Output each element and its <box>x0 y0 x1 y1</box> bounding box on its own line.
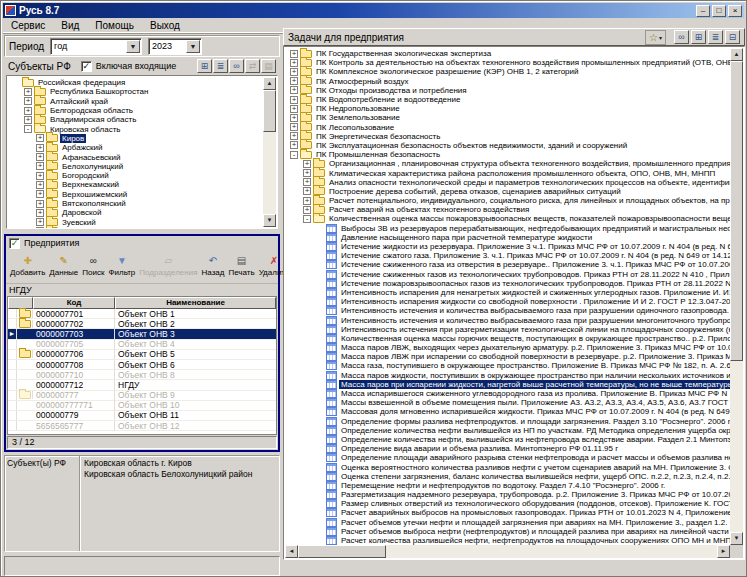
expander-icon[interactable]: + <box>36 227 44 229</box>
scroll-down-icon[interactable]: ▼ <box>730 532 743 545</box>
tree-item[interactable]: +Климатическая характеристика района рас… <box>285 168 730 177</box>
expand-tree-icon[interactable]: ⊞ <box>691 30 706 44</box>
expander-icon[interactable]: + <box>303 178 311 186</box>
favorites-star-dropdown[interactable]: ☆ ▾ <box>645 30 666 45</box>
search-button[interactable]: ∞Поиск <box>80 251 106 282</box>
include-incoming-checkbox[interactable]: ✓ <box>81 61 92 72</box>
tree-item[interactable]: +ПК Водопотребление и водоотведение <box>285 95 730 104</box>
maximize-button[interactable]: □ <box>712 5 726 17</box>
print-button[interactable]: ▤Печать <box>226 251 256 282</box>
enterprises-checkbox[interactable]: ✓ <box>9 238 20 249</box>
tree-item[interactable]: +Давление насыщенного пара при расчетной… <box>285 233 730 242</box>
tree-item[interactable]: +Кикнурский <box>7 227 277 229</box>
scrollbar-thumb[interactable] <box>730 61 743 361</box>
expander-icon[interactable]: + <box>36 181 44 189</box>
tree-item[interactable]: +Масса газа, поступившего в окружающее п… <box>285 361 730 370</box>
tree-item[interactable]: +Белгородская область <box>7 106 277 115</box>
add-button[interactable]: ✚Добавить <box>8 251 47 282</box>
tree-item[interactable]: +ПК Энергетическая безопасность <box>285 132 730 141</box>
table-row[interactable]: 0000007701Объект ОНВ 1 <box>8 309 276 319</box>
back-button[interactable]: ↶Назад <box>200 251 227 282</box>
expander-icon[interactable]: + <box>24 116 32 124</box>
tree-item[interactable]: +Определение количества нефти вылившейся… <box>285 426 730 435</box>
chevron-down-icon[interactable]: ▼ <box>186 40 200 53</box>
tree-item[interactable]: +Определение количества нефти, вылившейс… <box>285 435 730 444</box>
tree-item[interactable]: +Расчет аварий на объектах техногенного … <box>285 205 730 214</box>
tree-item[interactable]: +Расчет количества разлившейся нефти, не… <box>285 536 730 545</box>
scroll-down-icon[interactable]: ▼ <box>263 214 276 227</box>
sort-tree-icon[interactable]: ⊟ <box>725 30 740 44</box>
tree-item[interactable]: +Владимирская область <box>7 115 277 124</box>
expander-icon[interactable]: + <box>290 68 298 76</box>
tree-item[interactable]: +ПК Комплексное экологическое разрешение… <box>285 67 730 76</box>
tree-item[interactable]: +Интенсивность испарения жидкости со сво… <box>285 297 730 306</box>
search-icon[interactable]: ∞ <box>674 30 689 44</box>
expander-icon[interactable]: + <box>24 97 32 105</box>
table-row[interactable]: ►0000007703Объект ОНВ 3 <box>8 329 276 339</box>
tree-item[interactable]: +ПК Контроль за деятельностью на объекта… <box>285 58 730 67</box>
expander-icon[interactable]: + <box>36 162 44 170</box>
tree-item[interactable]: +Истечение сжатого газа. Приложение 3. ч… <box>285 251 730 260</box>
table-row[interactable]: 0000007702Объект ОНВ 2 <box>8 319 276 329</box>
expander-icon[interactable]: + <box>303 187 311 195</box>
tree-item[interactable]: +ПК Атмосферный воздух <box>285 77 730 86</box>
tree-item[interactable]: +ПК Эксплуатационная безопасность объект… <box>285 141 730 150</box>
tree-item[interactable]: +Определение вида аварии и объема разлив… <box>285 444 730 453</box>
scroll-up-icon[interactable]: ▲ <box>263 77 276 90</box>
list-icon[interactable]: ≣ <box>213 59 228 73</box>
tree-item[interactable]: +Масса паров ЛВЖ, выходящих через дыхате… <box>285 343 730 352</box>
scroll-right-icon[interactable]: ► <box>717 545 730 558</box>
tree-item[interactable]: +Массовая доля мгновенно испарившейся жи… <box>285 407 730 416</box>
scrollbar-thumb[interactable] <box>263 90 276 132</box>
tree-item[interactable]: +Интенсивность испарения для ненагретых … <box>285 288 730 297</box>
tree-item[interactable]: +Расчет объемов утечки нефти и площадей … <box>285 518 730 527</box>
tree-item[interactable]: +Масса испарившегося сжиженного углеводо… <box>285 389 730 398</box>
expander-icon[interactable]: + <box>290 141 298 149</box>
expander-icon[interactable]: + <box>36 200 44 208</box>
tree-item[interactable]: -Количественная оценка массы пожаровзрыв… <box>285 214 730 223</box>
tree-item[interactable]: +Масса паров жидкости, поступивших в окр… <box>285 371 730 380</box>
expander-icon[interactable]: + <box>303 197 311 205</box>
period-year-combobox[interactable]: 2023 ▼ <box>148 38 202 55</box>
expander-icon[interactable]: + <box>290 123 298 131</box>
tasks-horizontal-scrollbar[interactable]: ◄ ► <box>285 545 730 558</box>
close-button[interactable]: × <box>728 5 742 17</box>
tree-item[interactable]: +Размер сливных отверстий из технологиче… <box>285 499 730 508</box>
expander-icon[interactable]: - <box>290 151 298 159</box>
expander-icon[interactable]: + <box>36 172 44 180</box>
tree-item[interactable]: +Оценка степени загрязнения, баланс коли… <box>285 472 730 481</box>
expander-icon[interactable]: + <box>290 77 298 85</box>
table-row[interactable]: 000000777Объект ОНВ 9 <box>8 391 276 401</box>
expander-icon[interactable]: + <box>290 86 298 94</box>
tree-item[interactable]: +ПК Землепользование <box>285 113 730 122</box>
table-row[interactable]: 0000007706Объект ОНВ 5 <box>8 350 276 360</box>
expander-icon[interactable]: + <box>36 153 44 161</box>
tree-item[interactable]: +Оценка вероятностного количества разлив… <box>285 462 730 471</box>
expander-icon[interactable]: + <box>36 144 44 152</box>
table-row[interactable]: 0000007705Объект ОНВ 4 <box>8 340 276 350</box>
menu-item[interactable]: Выход <box>142 19 188 32</box>
tree-item[interactable]: +Организационная , планировочная структу… <box>285 159 730 168</box>
period-type-combobox[interactable]: год ▼ <box>50 38 142 55</box>
tree-item[interactable]: +Истечение пожаровзрывоопасных газов из … <box>285 279 730 288</box>
scroll-up-icon[interactable]: ▲ <box>730 48 743 61</box>
tree-item[interactable]: +Определение площади аварийного разрыва … <box>285 453 730 462</box>
filter-button[interactable]: ▼Фильтр <box>106 251 137 282</box>
expander-icon[interactable]: + <box>24 88 32 96</box>
table-row[interactable]: 0000007710Объект ОНВ 8 <box>8 370 276 380</box>
region-tree-vertical-scrollbar[interactable]: ▲ ▼ <box>263 77 276 227</box>
tree-item[interactable]: +ПК Недропользование <box>285 104 730 113</box>
tree-item[interactable]: +Анализ опасности технологической среды … <box>285 178 730 187</box>
edit-button[interactable]: ✎Данные <box>47 251 80 282</box>
expander-icon[interactable]: + <box>36 218 44 226</box>
tree-item[interactable]: +Масса паров ЛВЖ при испарении со свобод… <box>285 352 730 361</box>
expander-icon[interactable]: - <box>24 125 32 133</box>
tree-item[interactable]: -ПК Промышленная безопасность <box>285 150 730 159</box>
table-row[interactable]: 0000007712НГДУ <box>8 380 276 390</box>
tree-item[interactable]: +Истечение жидкости из резервуара. Прило… <box>285 242 730 251</box>
expander-icon[interactable]: + <box>290 114 298 122</box>
tree-item[interactable]: +ПК Отходы производства и потребления <box>285 86 730 95</box>
tree-item[interactable]: +Определение формы разлива нефтепродукто… <box>285 417 730 426</box>
minimize-button[interactable]: – <box>696 5 710 17</box>
table-row[interactable]: 000000779Объект ОНВ 11 <box>8 411 276 421</box>
